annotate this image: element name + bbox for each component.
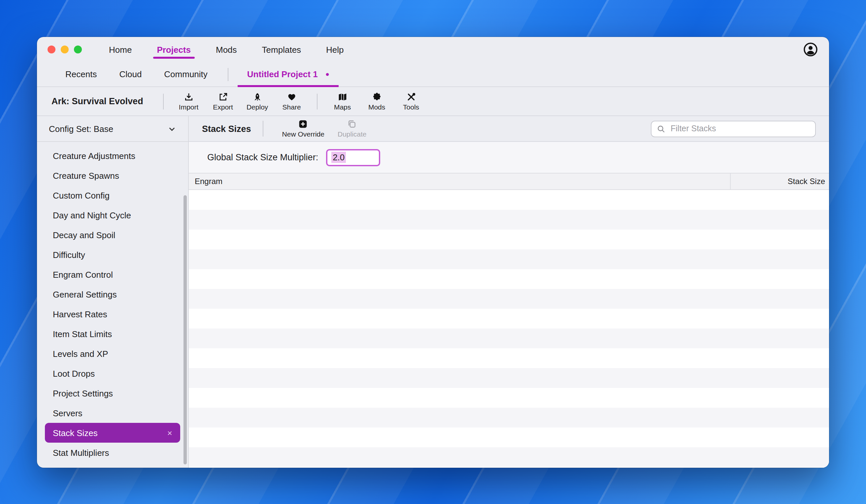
stack-sizes-toolbar: Stack Sizes New Override Duplicate <box>189 116 829 142</box>
deploy-label: Deploy <box>246 103 268 111</box>
duplicate-label: Duplicate <box>337 130 367 138</box>
column-header-stack-size: Stack Size <box>730 173 829 189</box>
global-multiplier-row: Global Stack Size Multiplier: 2.0 <box>189 142 829 173</box>
sidebar-item-loot-drops[interactable]: Loot Drops <box>45 363 180 383</box>
separator <box>317 93 318 109</box>
puzzle-icon <box>372 92 381 101</box>
export-label: Export <box>213 103 233 111</box>
new-override-label: New Override <box>282 130 324 138</box>
zoom-window-button[interactable] <box>74 45 82 54</box>
config-set-dropdown[interactable]: Config Set: Base <box>37 116 188 142</box>
import-icon <box>184 92 193 101</box>
plus-square-icon <box>299 120 308 128</box>
menu-item-home[interactable]: Home <box>96 37 144 62</box>
tools-button[interactable]: Tools <box>394 91 429 112</box>
new-override-button[interactable]: New Override <box>276 118 331 139</box>
sidebar-item-item-stat-limits[interactable]: Item Stat Limits <box>45 324 180 344</box>
config-set-label: Config Set: Base <box>49 124 113 134</box>
project-toolbar: Ark: Survival Evolved Import Export Depl… <box>37 87 829 116</box>
sidebar-item-stack-sizes[interactable]: Stack Sizes × <box>45 423 180 443</box>
sidebar-item-harvest-rates[interactable]: Harvest Rates <box>45 304 180 324</box>
global-multiplier-value: 2.0 <box>331 152 346 163</box>
tabbar: Recents Cloud Community Untitled Project… <box>37 62 829 87</box>
chevron-down-icon <box>168 124 176 133</box>
page-title: Stack Sizes <box>202 124 251 134</box>
import-button[interactable]: Import <box>171 91 206 112</box>
stacks-table-body <box>189 190 829 468</box>
desktop-wallpaper: Home Projects Mods Templates Help Recent… <box>0 0 866 504</box>
config-section-list: Creature Adjustments Creature Spawns Cus… <box>37 142 188 468</box>
sidebar-item-custom-config[interactable]: Custom Config <box>45 186 180 205</box>
duplicate-button[interactable]: Duplicate <box>331 118 373 139</box>
project-game-title: Ark: Survival Evolved <box>52 96 143 106</box>
deploy-button[interactable]: Deploy <box>240 91 275 112</box>
close-window-button[interactable] <box>47 45 55 54</box>
menu-item-help[interactable]: Help <box>313 37 356 62</box>
project-tab-label: Untitled Project 1 <box>247 69 318 79</box>
filter-stacks-input[interactable] <box>669 123 810 134</box>
map-icon <box>338 92 347 101</box>
sidebar-item-servers[interactable]: Servers <box>45 403 180 423</box>
maps-label: Maps <box>334 103 351 111</box>
separator <box>163 93 164 109</box>
tools-label: Tools <box>403 103 419 111</box>
wrench-tools-icon <box>407 92 416 101</box>
maps-button[interactable]: Maps <box>325 91 360 112</box>
menu-item-mods[interactable]: Mods <box>203 37 249 62</box>
tab-untitled-project-1[interactable]: Untitled Project 1 • <box>238 62 338 87</box>
sidebar-item-label: Stack Sizes <box>53 428 98 438</box>
window-controls <box>47 45 82 54</box>
heart-share-icon <box>287 92 296 101</box>
main-panel: Stack Sizes New Override Duplicate <box>189 116 829 468</box>
filter-stacks-search[interactable] <box>651 120 816 137</box>
separator <box>263 121 264 136</box>
global-multiplier-input[interactable]: 2.0 <box>326 149 380 166</box>
sidebar-item-stat-multipliers[interactable]: Stat Multipliers <box>45 443 180 462</box>
mods-label: Mods <box>368 103 385 111</box>
sidebar-item-creature-adjustments[interactable]: Creature Adjustments <box>45 146 180 166</box>
sidebar-item-project-settings[interactable]: Project Settings <box>45 383 180 403</box>
separator <box>228 68 229 81</box>
unsaved-changes-dot: • <box>326 69 329 79</box>
mods-button[interactable]: Mods <box>360 91 394 112</box>
content-area: Config Set: Base Creature Adjustments Cr… <box>37 116 829 468</box>
sidebar-item-day-and-night-cycle[interactable]: Day and Night Cycle <box>45 205 180 225</box>
export-button[interactable]: Export <box>206 91 240 112</box>
share-label: Share <box>282 103 301 111</box>
import-label: Import <box>179 103 199 111</box>
app-window: Home Projects Mods Templates Help Recent… <box>37 37 829 468</box>
main-menu: Home Projects Mods Templates Help <box>96 37 356 62</box>
sidebar-item-difficulty[interactable]: Difficulty <box>45 245 180 265</box>
sidebar-scrollbar[interactable] <box>184 195 187 464</box>
account-avatar-icon[interactable] <box>803 42 819 57</box>
column-header-engram: Engram <box>189 173 730 189</box>
rocket-icon <box>253 92 262 101</box>
global-multiplier-label: Global Stack Size Multiplier: <box>207 153 318 162</box>
tab-recents[interactable]: Recents <box>54 62 108 87</box>
sidebar-item-engram-control[interactable]: Engram Control <box>45 265 180 284</box>
sidebar-item-levels-and-xp[interactable]: Levels and XP <box>45 344 180 363</box>
search-icon <box>657 124 665 133</box>
menu-item-templates[interactable]: Templates <box>249 37 314 62</box>
share-button[interactable]: Share <box>275 91 309 112</box>
stacks-table-header: Engram Stack Size <box>189 173 829 190</box>
sidebar-item-creature-spawns[interactable]: Creature Spawns <box>45 166 180 186</box>
tab-community[interactable]: Community <box>153 62 219 87</box>
menubar: Home Projects Mods Templates Help <box>37 37 829 62</box>
close-icon[interactable]: × <box>167 428 172 437</box>
sidebar: Config Set: Base Creature Adjustments Cr… <box>37 116 189 468</box>
export-icon <box>219 92 228 101</box>
sidebar-item-general-settings[interactable]: General Settings <box>45 284 180 304</box>
tab-cloud[interactable]: Cloud <box>108 62 153 87</box>
minimize-window-button[interactable] <box>61 45 69 54</box>
menu-item-projects[interactable]: Projects <box>144 37 203 62</box>
sidebar-item-decay-and-spoil[interactable]: Decay and Spoil <box>45 225 180 245</box>
duplicate-icon <box>347 120 357 128</box>
